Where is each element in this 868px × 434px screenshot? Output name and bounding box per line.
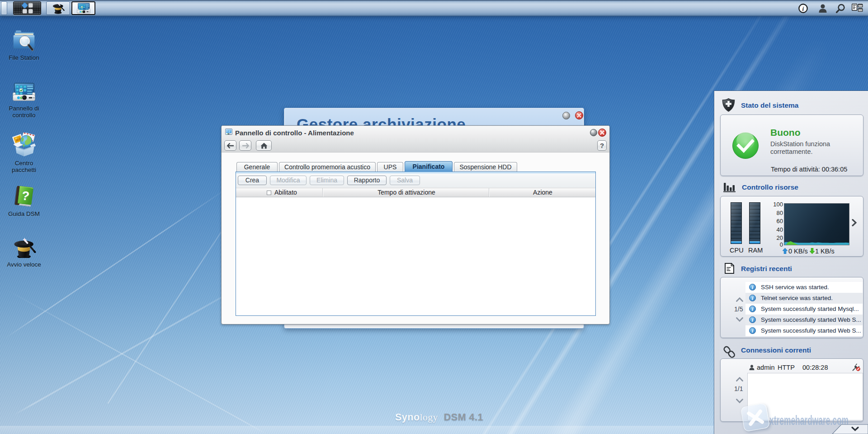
svg-text:i: i: [802, 5, 804, 12]
